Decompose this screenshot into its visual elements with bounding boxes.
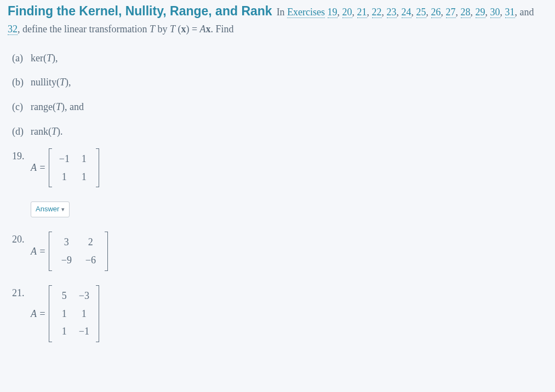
matrix-cell: −1 — [54, 150, 74, 168]
math-Tx: T — [170, 24, 175, 34]
matrix: 5 −3 1 1 1 −1 — [49, 285, 99, 342]
matrix-equation: A = 3 2 −9 −6 — [31, 232, 108, 271]
matrix-cell: 3 — [54, 233, 78, 251]
problem-19: 19. A = −1 1 1 1 — [12, 148, 547, 217]
intro-by: by — [155, 24, 170, 34]
part-content: rank(T). — [31, 124, 63, 140]
problems-list: 19. A = −1 1 1 1 — [12, 148, 547, 342]
problem-number: 21. — [12, 285, 31, 301]
part-content: nullity(T), — [31, 74, 71, 90]
part-content: ker(T), — [31, 50, 58, 66]
part-tail: . — [60, 126, 63, 137]
bracket-right-icon — [104, 232, 108, 271]
equation-lhs: A = — [31, 160, 45, 176]
exercise-link[interactable]: 22 — [372, 7, 382, 18]
exercise-link[interactable]: 24 — [402, 7, 411, 18]
matrix-cell: −9 — [54, 251, 78, 269]
section-heading: Finding the Kernel, Nullity, Range, and … — [8, 0, 547, 37]
part-label: (a) — [12, 50, 31, 66]
bracket-left-icon — [49, 148, 53, 188]
math-T: T — [150, 24, 155, 34]
op-name: nullity — [31, 77, 56, 88]
matrix-cell: −3 — [74, 287, 94, 305]
exercise-link[interactable]: 29 — [476, 7, 485, 18]
matrix-cell: −1 — [74, 322, 94, 341]
matrix-equation: A = 5 −3 1 1 — [31, 285, 99, 342]
intro-prefix: In — [277, 7, 288, 18]
op-arg: T — [60, 77, 65, 88]
bracket-left-icon — [49, 232, 53, 271]
problem-number: 19. — [12, 148, 31, 164]
exercise-link[interactable]: 25 — [416, 7, 426, 18]
matrix-cell: −6 — [78, 251, 102, 269]
part-label: (d) — [12, 124, 31, 140]
chevron-down-icon: ▾ — [61, 205, 65, 215]
matrix-cell: 1 — [74, 305, 94, 323]
part-tail: , and — [65, 101, 84, 112]
exercise-link[interactable]: 32 — [8, 24, 18, 35]
op-name: rank — [31, 126, 48, 137]
part-tail: , — [68, 77, 71, 88]
part-c: (c) range(T), and — [12, 99, 547, 115]
op-arg: T — [56, 101, 61, 112]
parts-list: (a) ker(T), (b) nullity(T), (c) range(T)… — [12, 50, 547, 140]
exercise-link[interactable]: 21 — [357, 7, 367, 18]
problem-21: 21. A = 5 −3 1 1 — [12, 285, 547, 342]
exercise-link[interactable]: 20 — [342, 7, 352, 18]
answer-button[interactable]: Answer ▾ — [31, 201, 70, 217]
exercise-link[interactable]: 27 — [446, 7, 456, 18]
exercise-link[interactable]: 26 — [431, 7, 441, 18]
bracket-left-icon — [49, 285, 53, 342]
matrix-cell: 2 — [78, 233, 102, 251]
equation-lhs: A = — [31, 244, 45, 260]
op-name: range — [31, 101, 53, 112]
op-arg: T — [47, 53, 52, 64]
op-arg: T — [52, 126, 57, 137]
matrix: −1 1 1 1 — [49, 148, 99, 188]
answer-label: Answer — [36, 204, 59, 215]
part-label: (b) — [12, 74, 31, 90]
matrix-cell: 5 — [54, 287, 74, 305]
intro-tail: . Find — [211, 24, 234, 34]
problem-number: 20. — [12, 232, 31, 247]
matrix-equation: A = −1 1 1 1 — [31, 148, 99, 188]
bracket-right-icon — [95, 285, 99, 342]
op-name: ker — [31, 53, 43, 64]
exercise-link[interactable]: 30 — [490, 7, 500, 18]
section-title: Finding the Kernel, Nullity, Range, and … — [8, 4, 272, 18]
part-tail: , — [55, 53, 58, 64]
exercise-link[interactable]: 23 — [387, 7, 397, 18]
matrix-cell: 1 — [54, 168, 74, 186]
exercise-link[interactable]: Exercises — [287, 7, 325, 18]
part-content: range(T), and — [31, 99, 84, 115]
exercise-link[interactable]: 31 — [505, 7, 515, 18]
equation-lhs: A = — [31, 306, 45, 322]
part-d: (d) rank(T). — [12, 124, 547, 140]
page: Finding the Kernel, Nullity, Range, and … — [0, 0, 555, 355]
problem-20: 20. A = 3 2 −9 −6 — [12, 232, 547, 271]
bracket-right-icon — [95, 148, 99, 188]
part-label: (c) — [12, 99, 31, 115]
part-b: (b) nullity(T), — [12, 74, 547, 90]
matrix-cell: 1 — [54, 322, 74, 341]
intro-text: , define the linear transformation — [18, 24, 150, 34]
exercise-link[interactable]: 28 — [461, 7, 471, 18]
part-a: (a) ker(T), — [12, 50, 547, 66]
matrix-cell: 1 — [54, 305, 74, 323]
exercise-link[interactable]: 19 — [328, 7, 337, 18]
matrix-cell: 1 — [74, 150, 94, 168]
matrix-cell: 1 — [74, 168, 94, 186]
matrix: 3 2 −9 −6 — [49, 232, 108, 271]
